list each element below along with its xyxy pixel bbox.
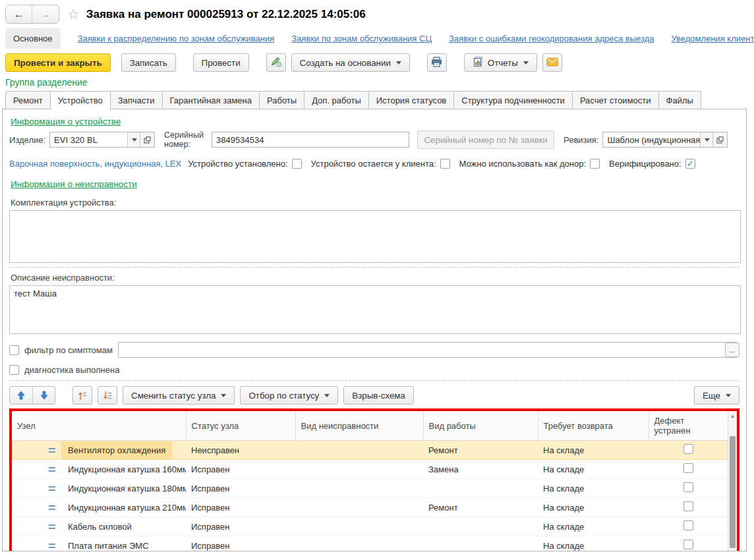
defect-fixed-checkbox[interactable] [683, 482, 693, 492]
arrow-up-icon [17, 391, 25, 400]
device-info-heading[interactable]: Информация о устройстве [11, 117, 121, 126]
change-node-status-button[interactable]: Сменить статус узла [123, 386, 235, 405]
print-button[interactable] [427, 53, 447, 72]
forward-button[interactable]: → [32, 5, 59, 23]
nav-link[interactable]: Заявки по зонам обслуживания СЦ [291, 34, 432, 43]
device-flag-checkbox[interactable] [590, 159, 600, 169]
splitter[interactable] [9, 380, 740, 381]
tab-Файлы[interactable]: Файлы [659, 91, 701, 109]
repair-request-window: ← → ☆ Заявка на ремонт 000025913 от 22.1… [0, 0, 754, 560]
column-header[interactable]: Вид работы [423, 411, 538, 441]
explosion-scheme-button[interactable]: Взрыв-схема [343, 386, 414, 405]
nodes-table-header[interactable]: УзелСтатус узлаВид неисправностиВид рабо… [12, 411, 728, 441]
symptom-filter-checkbox[interactable] [9, 345, 19, 355]
column-header[interactable]: Статус узла [186, 411, 295, 441]
filter-by-status-label: Отбор по статусу [248, 391, 319, 401]
tab-Расчет стоимости[interactable]: Расчет стоимости [573, 91, 659, 109]
device-flag-checkbox[interactable] [292, 159, 302, 169]
desc-label: Описание неисправности: [11, 273, 740, 283]
cell-node_status: Исправен [186, 517, 295, 536]
table-row[interactable]: Индукционная катушка 180ммИсправенНа скл… [12, 479, 728, 498]
move-row-buttons [9, 386, 55, 405]
tab-Устройство[interactable]: Устройство [51, 91, 111, 110]
tab-Гарантийная замена[interactable]: Гарантийная замена [163, 91, 260, 109]
cell-fault_type [295, 498, 423, 517]
device-flag-checkbox[interactable] [440, 159, 450, 169]
filter-by-status-button[interactable]: Отбор по статусу [240, 386, 338, 405]
chevron-down-icon[interactable] [700, 132, 712, 147]
scrollbar-thumb[interactable] [730, 436, 736, 548]
back-button[interactable]: ← [6, 5, 32, 23]
nav-link[interactable]: Заявки к распределению по зонам обслужив… [78, 34, 275, 43]
group-separation-link[interactable]: Группа разделение [5, 77, 88, 88]
defect-fixed-checkbox[interactable] [683, 501, 693, 511]
serial-by-request-button[interactable]: Серийный номер по № заявки [417, 130, 554, 149]
open-revision-icon[interactable] [712, 132, 727, 147]
cell-node_status: Исправен [186, 479, 295, 498]
serial-input[interactable] [212, 132, 409, 148]
tab-Ремонт[interactable]: Ремонт [5, 91, 51, 109]
table-row[interactable]: Индукционная катушка 210ммИсправенРемонт… [12, 498, 728, 517]
favorite-star-icon[interactable]: ☆ [67, 7, 80, 21]
tab-Работы[interactable]: Работы [260, 91, 304, 109]
defect-fixed-checkbox[interactable] [683, 520, 693, 530]
scroll-up-icon[interactable]: ▲ [728, 411, 737, 421]
chevron-down-icon [324, 394, 330, 397]
device-type-link[interactable]: Варочная поверхность, индукционная, LEX [9, 159, 181, 169]
reports-button[interactable]: Отчеты [464, 53, 537, 72]
nav-link[interactable]: Заявки с ошибками геокодирования адреса … [449, 34, 654, 43]
defect-fixed-checkbox[interactable] [683, 540, 693, 549]
column-header[interactable]: Вид неисправности [295, 411, 423, 441]
table-row[interactable]: Вентилятор охлажденияНеисправенРемонтНа … [12, 441, 728, 460]
post-mark-button[interactable] [266, 53, 286, 72]
product-combo[interactable]: EVI 320 BL [49, 132, 155, 148]
column-header[interactable]: Дефект устранен [649, 411, 728, 441]
tab-Доп. работы[interactable]: Доп. работы [304, 91, 369, 109]
column-header[interactable]: Узел [12, 411, 186, 441]
post-button[interactable]: Провести [193, 53, 249, 72]
symptom-filter-input[interactable] [118, 342, 737, 358]
sort-ascending-button[interactable] [72, 386, 92, 405]
nav-tab-main[interactable]: Основное [5, 28, 61, 49]
table-row[interactable]: Индукционная катушка 160ммИсправенЗамена… [12, 460, 728, 479]
revision-combo[interactable]: Шаблон (индукционная [602, 132, 728, 148]
kit-textarea[interactable] [9, 210, 741, 263]
defect-fixed-checkbox[interactable] [683, 444, 693, 454]
cell-return_req: На складе [538, 498, 649, 517]
node-name: Плата питания ЭМС [61, 537, 156, 551]
fault-info-heading[interactable]: Информация о неисправности [11, 179, 137, 189]
open-product-icon[interactable] [140, 132, 154, 147]
node-name: Индукционная катушка 180мм [61, 480, 186, 497]
cell-return_req: На складе [538, 536, 649, 551]
move-up-button[interactable] [10, 387, 32, 404]
sort-descending-button[interactable] [98, 386, 117, 405]
tab-История статусов[interactable]: История статусов [369, 91, 455, 109]
diagnostics-checkbox[interactable] [9, 365, 19, 375]
move-down-button[interactable] [32, 387, 55, 404]
command-bar: Провести и закрыть Записать Провести Соз… [0, 51, 754, 76]
tab-Запчасти[interactable]: Запчасти [111, 91, 163, 109]
node-name: Индукционная катушка 210мм [61, 499, 186, 517]
create-based-on-button[interactable]: Создать на основании [291, 53, 410, 72]
device-flag-checkbox[interactable] [685, 159, 695, 169]
write-button[interactable]: Записать [121, 53, 176, 72]
defect-fixed-checkbox[interactable] [683, 463, 693, 473]
chevron-down-icon[interactable] [127, 132, 140, 147]
tab-Структура подчиненности[interactable]: Структура подчиненности [454, 91, 573, 109]
nodes-toolbar: Сменить статус узла Отбор по статусу Взр… [9, 385, 740, 406]
device-fields-row: Изделие: EVI 320 BL Серийный номер: Сери… [9, 131, 740, 148]
symptom-more-button[interactable]: ... [725, 343, 740, 357]
cell-node_status: Исправен [186, 536, 295, 551]
splitter[interactable] [9, 267, 740, 267]
mail-button[interactable] [542, 53, 562, 72]
nav-link[interactable]: Уведомления клиентам о и [671, 34, 754, 43]
more-button[interactable]: Еще [694, 386, 740, 405]
column-header[interactable]: Требует возврата [538, 411, 649, 441]
pencil-clock-icon [270, 56, 282, 69]
device-tab-panel: Информация о устройстве Изделие: EVI 320… [2, 109, 747, 551]
table-row[interactable]: Плата питания ЭМСИсправенНа складе [12, 536, 728, 551]
post-and-close-button[interactable]: Провести и закрыть [5, 53, 111, 72]
table-scrollbar[interactable]: ▲ [728, 411, 737, 551]
fault-description-textarea[interactable]: тест Маша [9, 285, 741, 334]
table-row[interactable]: Кабель силовойИсправенНа складе [12, 517, 728, 536]
